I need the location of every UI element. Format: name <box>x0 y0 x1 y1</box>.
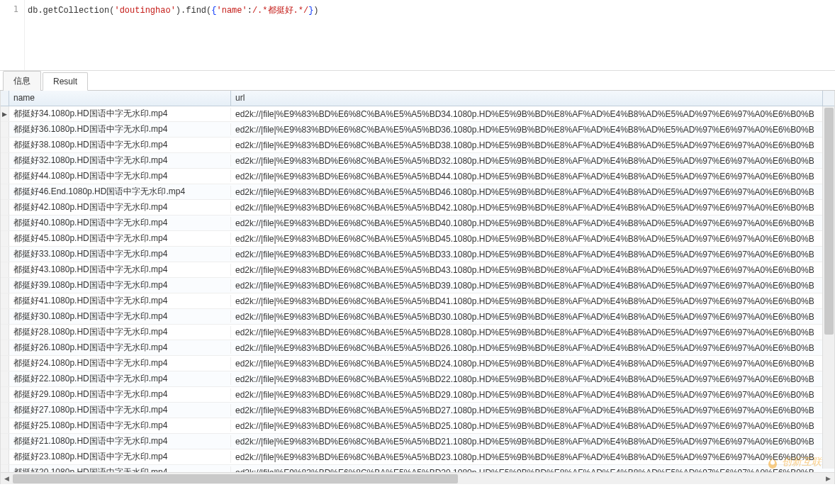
cell-name[interactable]: 都挺好28.1080p.HD国语中字无水印.mp4 <box>9 326 231 338</box>
cell-url[interactable]: ed2k://|file|%E9%83%BD%E6%8C%BA%E5%A5%BD… <box>231 437 834 447</box>
row-marker <box>1 215 9 230</box>
table-row[interactable]: 都挺好42.1080p.HD国语中字无水印.mp4ed2k://|file|%E… <box>1 200 834 215</box>
table-row[interactable]: 都挺好33.1080p.HD国语中字无水印.mp4ed2k://|file|%E… <box>1 247 834 262</box>
table-row[interactable]: 都挺好43.1080p.HD国语中字无水印.mp4ed2k://|file|%E… <box>1 262 834 278</box>
cell-name[interactable]: 都挺好40.1080p.HD国语中字无水印.mp4 <box>9 217 231 229</box>
cell-name[interactable]: 都挺好46.End.1080p.HD国语中字无水印.mp4 <box>9 186 231 198</box>
cell-name[interactable]: 都挺好41.1080p.HD国语中字无水印.mp4 <box>9 295 231 307</box>
editor-pane: 1 db.getCollection('doutinghao').find({'… <box>0 0 835 71</box>
table-row[interactable]: 都挺好39.1080p.HD国语中字无水印.mp4ed2k://|file|%E… <box>1 278 834 293</box>
row-marker <box>1 418 9 433</box>
cell-name[interactable]: 都挺好43.1080p.HD国语中字无水印.mp4 <box>9 264 231 276</box>
cell-url[interactable]: ed2k://|file|%E9%83%BD%E6%8C%BA%E5%A5%BD… <box>231 265 834 275</box>
cell-name[interactable]: 都挺好36.1080p.HD国语中字无水印.mp4 <box>9 123 231 135</box>
table-row[interactable]: 都挺好46.End.1080p.HD国语中字无水印.mp4ed2k://|fil… <box>1 184 834 200</box>
table-row[interactable]: 都挺好27.1080p.HD国语中字无水印.mp4ed2k://|file|%E… <box>1 403 834 418</box>
row-marker: ▶ <box>1 106 9 121</box>
tab-result[interactable]: Result <box>43 72 88 91</box>
cell-url[interactable]: ed2k://|file|%E9%83%BD%E6%8C%BA%E5%A5%BD… <box>231 327 834 337</box>
scroll-left-icon[interactable]: ◀ <box>1 473 13 485</box>
cell-name[interactable]: 都挺好23.1080p.HD国语中字无水印.mp4 <box>9 451 231 463</box>
table-row[interactable]: ▶都挺好34.1080p.HD国语中字无水印.mp4ed2k://|file|%… <box>1 106 834 122</box>
cell-url[interactable]: ed2k://|file|%E9%83%BD%E6%8C%BA%E5%A5%BD… <box>231 312 834 322</box>
cell-url[interactable]: ed2k://|file|%E9%83%BD%E6%8C%BA%E5%A5%BD… <box>231 343 834 353</box>
table-row[interactable]: 都挺好45.1080p.HD国语中字无水印.mp4ed2k://|file|%E… <box>1 231 834 247</box>
row-marker <box>1 309 9 324</box>
row-marker <box>1 169 9 184</box>
row-marker <box>1 200 9 215</box>
tabs-row: 信息 Result <box>0 71 835 91</box>
cell-name[interactable]: 都挺好30.1080p.HD国语中字无水印.mp4 <box>9 310 231 323</box>
cell-name[interactable]: 都挺好32.1080p.HD国语中字无水印.mp4 <box>9 155 231 167</box>
cell-name[interactable]: 都挺好44.1080p.HD国语中字无水印.mp4 <box>9 170 231 182</box>
column-header-name[interactable]: name <box>9 91 231 106</box>
scroll-right-icon[interactable]: ▶ <box>822 473 834 485</box>
horizontal-scrollbar-thumb[interactable] <box>13 474 458 483</box>
table-row[interactable]: 都挺好29.1080p.HD国语中字无水印.mp4ed2k://|file|%E… <box>1 387 834 403</box>
cell-name[interactable]: 都挺好29.1080p.HD国语中字无水印.mp4 <box>9 388 231 401</box>
cell-url[interactable]: ed2k://|file|%E9%83%BD%E6%8C%BA%E5%A5%BD… <box>231 250 834 259</box>
row-marker <box>1 340 9 355</box>
cell-url[interactable]: ed2k://|file|%E9%83%BD%E6%8C%BA%E5%A5%BD… <box>231 374 834 384</box>
cell-url[interactable]: ed2k://|file|%E9%83%BD%E6%8C%BA%E5%A5%BD… <box>231 109 834 119</box>
table-row[interactable]: 都挺好22.1080p.HD国语中字无水印.mp4ed2k://|file|%E… <box>1 371 834 387</box>
cell-url[interactable]: ed2k://|file|%E9%83%BD%E6%8C%BA%E5%A5%BD… <box>231 281 834 291</box>
cell-name[interactable]: 都挺好22.1080p.HD国语中字无水印.mp4 <box>9 373 231 385</box>
table-row[interactable]: 都挺好26.1080p.HD国语中字无水印.mp4ed2k://|file|%E… <box>1 340 834 356</box>
cell-name[interactable]: 都挺好34.1080p.HD国语中字无水印.mp4 <box>9 108 231 120</box>
cell-url[interactable]: ed2k://|file|%E9%83%BD%E6%8C%BA%E5%A5%BD… <box>231 125 834 135</box>
table-row[interactable]: 都挺好25.1080p.HD国语中字无水印.mp4ed2k://|file|%E… <box>1 418 834 434</box>
cell-url[interactable]: ed2k://|file|%E9%83%BD%E6%8C%BA%E5%A5%BD… <box>231 187 834 197</box>
table-row[interactable]: 都挺好40.1080p.HD国语中字无水印.mp4ed2k://|file|%E… <box>1 215 834 231</box>
cell-url[interactable]: ed2k://|file|%E9%83%BD%E6%8C%BA%E5%A5%BD… <box>231 405 834 415</box>
vertical-scrollbar[interactable] <box>822 106 834 469</box>
table-row[interactable]: 都挺好44.1080p.HD国语中字无水印.mp4ed2k://|file|%E… <box>1 169 834 184</box>
cell-url[interactable]: ed2k://|file|%E9%83%BD%E6%8C%BA%E5%A5%BD… <box>231 172 834 181</box>
cell-name[interactable]: 都挺好38.1080p.HD国语中字无水印.mp4 <box>9 139 231 151</box>
row-marker <box>1 434 9 449</box>
column-header-url[interactable]: url <box>231 91 822 106</box>
cell-name[interactable]: 都挺好26.1080p.HD国语中字无水印.mp4 <box>9 342 231 354</box>
cell-url[interactable]: ed2k://|file|%E9%83%BD%E6%8C%BA%E5%A5%BD… <box>231 140 834 150</box>
cell-url[interactable]: ed2k://|file|%E9%83%BD%E6%8C%BA%E5%A5%BD… <box>231 390 834 400</box>
row-marker <box>1 449 9 464</box>
row-marker <box>1 403 9 418</box>
cell-name[interactable]: 都挺好33.1080p.HD国语中字无水印.mp4 <box>9 248 231 260</box>
row-marker <box>1 138 9 152</box>
row-marker <box>1 262 9 277</box>
column-marker[interactable] <box>1 91 9 106</box>
row-marker <box>1 231 9 246</box>
table-row[interactable]: 都挺好38.1080p.HD国语中字无水印.mp4ed2k://|file|%E… <box>1 138 834 153</box>
table-row[interactable]: 都挺好41.1080p.HD国语中字无水印.mp4ed2k://|file|%E… <box>1 293 834 309</box>
cell-name[interactable]: 都挺好39.1080p.HD国语中字无水印.mp4 <box>9 279 231 291</box>
table-row[interactable]: 都挺好23.1080p.HD国语中字无水印.mp4ed2k://|file|%E… <box>1 449 834 465</box>
cell-name[interactable]: 都挺好25.1080p.HD国语中字无水印.mp4 <box>9 420 231 432</box>
table-row[interactable]: 都挺好30.1080p.HD国语中字无水印.mp4ed2k://|file|%E… <box>1 309 834 325</box>
table-row[interactable]: 都挺好24.1080p.HD国语中字无水印.mp4ed2k://|file|%E… <box>1 356 834 371</box>
table-row[interactable]: 都挺好28.1080p.HD国语中字无水印.mp4ed2k://|file|%E… <box>1 325 834 340</box>
table-row[interactable]: 都挺好36.1080p.HD国语中字无水印.mp4ed2k://|file|%E… <box>1 122 834 138</box>
cell-url[interactable]: ed2k://|file|%E9%83%BD%E6%8C%BA%E5%A5%BD… <box>231 203 834 213</box>
cell-name[interactable]: 都挺好42.1080p.HD国语中字无水印.mp4 <box>9 201 231 213</box>
horizontal-scrollbar-track[interactable] <box>13 474 822 483</box>
cell-url[interactable]: ed2k://|file|%E9%83%BD%E6%8C%BA%E5%A5%BD… <box>231 218 834 228</box>
row-marker <box>1 122 9 137</box>
cell-name[interactable]: 都挺好24.1080p.HD国语中字无水印.mp4 <box>9 357 231 369</box>
vertical-scrollbar-thumb[interactable] <box>824 108 834 335</box>
cell-url[interactable]: ed2k://|file|%E9%83%BD%E6%8C%BA%E5%A5%BD… <box>231 296 834 306</box>
cell-name[interactable]: 都挺好21.1080p.HD国语中字无水印.mp4 <box>9 435 231 447</box>
tab-info[interactable]: 信息 <box>3 71 41 91</box>
table-row[interactable]: 都挺好21.1080p.HD国语中字无水印.mp4ed2k://|file|%E… <box>1 434 834 449</box>
horizontal-scrollbar[interactable]: ◀ ▶ <box>1 472 834 484</box>
cell-url[interactable]: ed2k://|file|%E9%83%BD%E6%8C%BA%E5%A5%BD… <box>231 234 834 244</box>
cell-url[interactable]: ed2k://|file|%E9%83%BD%E6%8C%BA%E5%A5%BD… <box>231 421 834 431</box>
cell-url[interactable]: ed2k://|file|%E9%83%BD%E6%8C%BA%E5%A5%BD… <box>231 452 834 462</box>
cell-url[interactable]: ed2k://|file|%E9%83%BD%E6%8C%BA%E5%A5%BD… <box>231 359 834 369</box>
editor-gutter: 1 <box>0 0 25 70</box>
code-editor[interactable]: db.getCollection('doutinghao').find({'na… <box>25 0 835 70</box>
table-row[interactable]: 都挺好32.1080p.HD国语中字无水印.mp4ed2k://|file|%E… <box>1 153 834 169</box>
cell-name[interactable]: 都挺好45.1080p.HD国语中字无水印.mp4 <box>9 233 231 245</box>
cell-name[interactable]: 都挺好27.1080p.HD国语中字无水印.mp4 <box>9 404 231 416</box>
cell-url[interactable]: ed2k://|file|%E9%83%BD%E6%8C%BA%E5%A5%BD… <box>231 156 834 166</box>
results-grid: name url ▶都挺好34.1080p.HD国语中字无水印.mp4ed2k:… <box>0 91 835 484</box>
